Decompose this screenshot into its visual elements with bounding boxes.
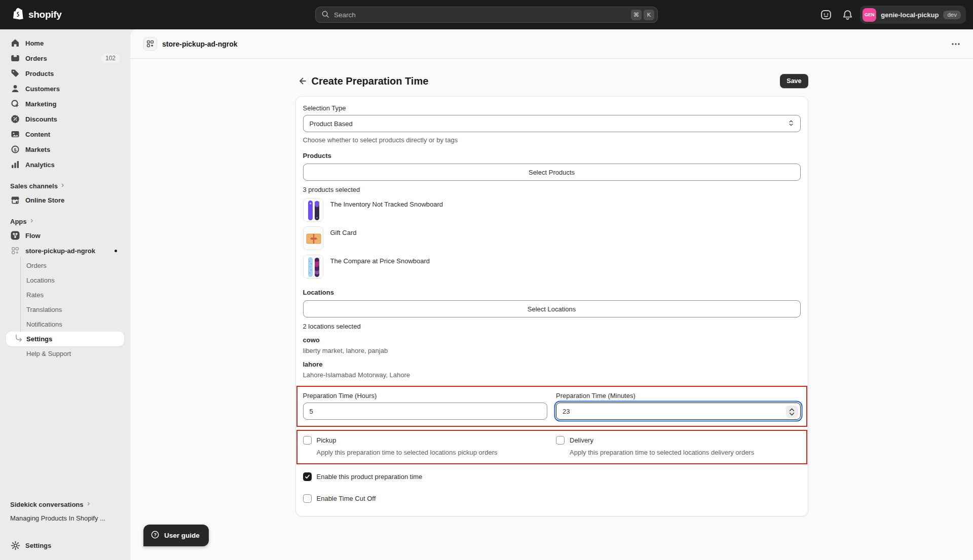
pickup-help: Apply this preparation time to selected … [317,449,548,456]
product-name: The Inventory Not Tracked Snowboard [330,198,443,208]
sidebar-subitem-rates[interactable]: Rates [6,288,124,302]
sidebar-item-label: store-pickup-ad-ngrok [25,247,109,255]
selection-type-help: Choose whether to select products direct… [303,136,801,144]
more-actions-button[interactable] [951,37,961,51]
sidebar-item-label: Online Store [25,196,120,204]
select-locations-button[interactable]: Select Locations [303,300,801,317]
sidebar-subitem-settings[interactable]: Settings [6,332,124,346]
k-key: K [644,10,654,20]
enable-cutoff-checkbox[interactable]: Enable Time Cut Off [303,494,801,503]
subitem-label: Help & Support [26,350,71,357]
sidebar-subitem-help-support[interactable]: Help & Support [6,346,124,361]
sidebar-item-discounts[interactable]: Discounts [6,112,124,126]
sidebar-item-online-store[interactable]: Online Store [6,193,124,207]
chevron-right-icon [86,501,92,508]
shopify-logo[interactable]: shopify [0,8,61,22]
location-list-item: lahore Lahore-Islamabad Motorway, Lahore [303,361,801,379]
prep-hours-input[interactable] [303,403,548,420]
sales-channels-label: Sales channels [10,182,58,190]
selection-type-select[interactable]: Product Based [303,115,801,132]
shopify-wordmark: shopify [28,9,61,20]
sidebar-item-label: Analytics [25,161,120,169]
sidebar-item-label: Orders [25,55,96,62]
sidebar-subitem-translations[interactable]: Translations [6,302,124,317]
apps-label: Apps [10,218,27,225]
sales-channels-header[interactable]: Sales channels [5,179,125,192]
back-arrow-button[interactable] [295,74,310,88]
topbar: shopify Search ⌘ K GEN genie-local-picku… [0,0,973,29]
sidebar-item-settings[interactable]: Settings [6,538,124,552]
selection-type-label: Selection Type [303,104,801,112]
sidebar-subitem-locations[interactable]: Locations [6,273,124,288]
delivery-checkbox[interactable]: Delivery [556,436,801,445]
product-name: Gift Card [330,226,357,236]
person-icon [10,84,20,94]
sidebar-item-label: Products [25,70,120,77]
search-icon [321,10,330,20]
sidebar-item-products[interactable]: Products [6,66,124,81]
notifications-bell-button[interactable] [839,6,856,23]
sidebar-subitem-orders[interactable]: Orders [6,258,124,273]
home-icon [10,38,20,48]
sidebar-item-store-pickup-app[interactable]: store-pickup-ad-ngrok [6,244,124,258]
pickup-checkbox[interactable]: Pickup [303,436,548,445]
sidebar-item-label: Home [25,39,120,47]
sidebar-item-label: Markets [25,146,120,153]
location-address: Lahore-Islamabad Motorway, Lahore [303,371,801,379]
topbar-right: GEN genie-local-pickup dev [817,0,966,29]
number-stepper[interactable] [786,406,798,418]
enable-prep-checkbox[interactable]: Enable this product preparation time [303,472,801,481]
sidebar-item-analytics[interactable]: Analytics [6,157,124,172]
env-badge: dev [943,11,961,19]
storefront-icon [10,195,20,205]
sidebar-item-label: Marketing [25,100,120,108]
pickup-label: Pickup [317,436,336,444]
tag-icon [10,68,20,78]
sidebar-item-home[interactable]: Home [6,36,124,50]
sidekick-button[interactable] [817,6,835,23]
sidebar-item-label: Content [25,131,120,138]
location-list-item: cowo liberty market, lahore, panjab [303,336,801,354]
sidebar-item-label: Settings [25,542,120,549]
sidebar-item-flow[interactable]: Flow [6,228,124,243]
sidekick-conversation-item[interactable]: Managing Products In Shopify ... [5,511,125,525]
subitem-label: Notifications [26,321,62,328]
sidebar-footer: Sidekick conversations Managing Products… [5,498,125,553]
sidebar-item-marketing[interactable]: Marketing [6,97,124,111]
subitem-label: Rates [26,291,44,299]
location-address: liberty market, lahore, panjab [303,347,801,354]
chevron-right-icon [29,218,35,225]
search-input[interactable]: Search ⌘ K [315,7,658,23]
orders-icon [10,53,20,63]
selection-type-value: Product Based [310,120,787,128]
sidebar-item-content[interactable]: Content [6,127,124,141]
gift-card-image [303,226,323,250]
discount-icon [10,114,20,124]
apps-header[interactable]: Apps [5,215,125,228]
question-icon: ? [151,530,160,541]
location-name: cowo [303,336,801,344]
sidekick-conversations-header[interactable]: Sidekick conversations [5,498,125,511]
sidebar-item-customers[interactable]: Customers [6,82,124,96]
store-account-menu[interactable]: GEN genie-local-pickup dev [860,6,966,24]
prep-hours-label: Preparation Time (Hours) [303,392,548,399]
gear-icon [10,540,20,550]
user-guide-button[interactable]: ? User guide [143,525,209,546]
products-section-label: Products [303,152,801,159]
locations-section-label: Locations [303,289,801,296]
sidebar-item-orders[interactable]: Orders 102 [6,51,124,65]
product-list-item: The Inventory Not Tracked Snowboard [303,198,801,222]
select-products-button[interactable]: Select Products [303,164,801,181]
sidebar-subitem-notifications[interactable]: Notifications [6,317,124,332]
app-sub-navigation: Orders Locations Rates Translations Noti… [5,258,125,361]
checkbox-unchecked-icon [556,436,565,445]
sidebar-item-markets[interactable]: $ Markets [6,142,124,156]
prep-minutes-field: Preparation Time (Minutes) [556,392,801,420]
enable-prep-label: Enable this product preparation time [317,473,423,481]
media-icon [10,129,20,139]
save-button[interactable]: Save [780,74,808,88]
prep-minutes-input[interactable] [556,403,801,420]
sidebar-item-label: Customers [25,85,120,93]
delivery-option: Delivery Apply this preparation time to … [556,436,801,457]
subitem-label: Locations [26,276,55,284]
